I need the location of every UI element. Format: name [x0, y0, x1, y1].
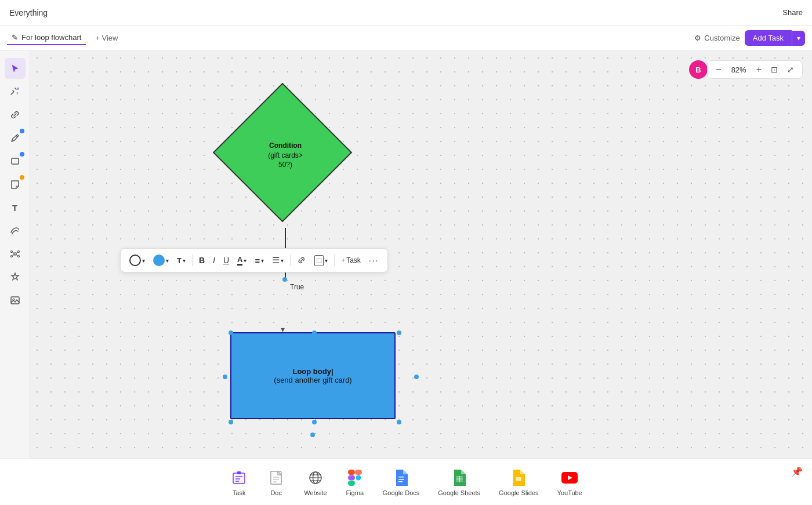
- tool-draw[interactable]: [5, 220, 26, 241]
- shape-circle-button[interactable]: ▾: [126, 252, 148, 268]
- handle-bottom[interactable]: [310, 433, 315, 437]
- list-button[interactable]: ☰ ▾: [269, 253, 287, 268]
- doc-dock-label: Doc: [270, 489, 282, 496]
- tool-select[interactable]: [5, 58, 26, 79]
- dock-item-doc[interactable]: Doc: [267, 468, 285, 496]
- handle-bc[interactable]: [312, 420, 317, 424]
- zoom-out-button[interactable]: −: [713, 63, 723, 76]
- google-sheets-dock-icon: [450, 468, 469, 487]
- toolbar-divider-2: [290, 255, 291, 266]
- dock-item-google-sheets[interactable]: Google Sheets: [438, 468, 480, 496]
- tool-ai-nodes[interactable]: [5, 267, 26, 288]
- bottom-dock: Task Doc Website: [0, 459, 812, 505]
- doc-dock-icon: [267, 468, 285, 487]
- arrow-down-indicator: ▾: [281, 325, 285, 334]
- svg-rect-34: [398, 481, 403, 482]
- handle-tc[interactable]: [312, 330, 317, 335]
- svg-rect-29: [348, 475, 355, 480]
- handle-br[interactable]: [397, 420, 401, 424]
- canvas[interactable]: B ℹ − 82% + ⊡ ⤢ ▾ ▾ T ▾ B: [30, 51, 812, 459]
- pin-button[interactable]: 📌: [791, 466, 803, 477]
- dock-item-figma[interactable]: Figma: [346, 468, 364, 496]
- add-task-button[interactable]: Add Task: [745, 30, 792, 46]
- color-fill-icon: [153, 255, 165, 266]
- customize-button[interactable]: ⚙ Customize: [694, 34, 740, 42]
- svg-rect-32: [398, 477, 404, 478]
- svg-line-10: [16, 255, 17, 256]
- toolbar-divider-3: [334, 255, 335, 266]
- task-dock-label: Task: [233, 489, 246, 496]
- secondbar: ✎ For loop flowchart + View ⚙ Customize …: [0, 26, 812, 51]
- google-slides-dock-label: Google Slides: [499, 489, 539, 496]
- website-dock-label: Website: [304, 489, 327, 496]
- svg-rect-1: [12, 158, 19, 164]
- add-task-toolbar-button[interactable]: + Task: [338, 254, 364, 267]
- topbar-title: Everything: [9, 8, 48, 17]
- zoom-controls: − 82% + ⊡ ⤢: [707, 60, 803, 79]
- tool-text[interactable]: T: [5, 197, 26, 218]
- underline-button[interactable]: U: [220, 253, 232, 267]
- svg-point-0: [17, 88, 19, 90]
- dock-item-website[interactable]: Website: [304, 468, 327, 496]
- dock-item-google-docs[interactable]: Google Docs: [383, 468, 420, 496]
- view-button[interactable]: + View: [90, 31, 122, 45]
- zoom-in-button[interactable]: +: [754, 63, 764, 76]
- shape-button[interactable]: □ ▾: [311, 253, 331, 268]
- connector-label: True: [290, 283, 304, 291]
- tool-image[interactable]: [5, 290, 26, 311]
- zoom-percentage: 82%: [728, 66, 749, 74]
- doc-tab-title: For loop flowchart: [21, 33, 81, 42]
- website-dock-icon: [306, 468, 325, 487]
- svg-rect-39: [516, 477, 521, 481]
- diamond-container: Condition (gift cards> 50?): [216, 86, 355, 225]
- svg-line-8: [16, 252, 17, 253]
- handle-ml[interactable]: [223, 375, 227, 379]
- loop-body-subtitle: (send another gift card): [274, 376, 351, 384]
- font-color-button[interactable]: A ▾: [234, 253, 249, 268]
- zoom-expand-button[interactable]: ⤢: [785, 64, 796, 75]
- link-button[interactable]: [294, 253, 309, 267]
- svg-rect-17: [237, 471, 241, 474]
- tool-ai-draw[interactable]: [5, 81, 26, 102]
- bold-button[interactable]: B: [196, 253, 208, 267]
- align-button[interactable]: ≡ ▾: [252, 253, 267, 268]
- secondbar-right: ⚙ Customize Add Task ▾: [694, 30, 805, 46]
- gear-icon: ⚙: [694, 34, 701, 42]
- connector-dot: [282, 277, 287, 282]
- handle-tl[interactable]: [229, 330, 233, 335]
- youtube-dock-label: YouTube: [557, 489, 582, 496]
- svg-rect-30: [348, 481, 355, 486]
- dock-item-task[interactable]: Task: [230, 468, 248, 496]
- dock-item-google-slides[interactable]: Google Slides: [499, 468, 539, 496]
- italic-button[interactable]: I: [210, 253, 218, 267]
- more-options-button[interactable]: ···: [366, 253, 382, 267]
- svg-rect-28: [355, 470, 362, 475]
- loop-body-box[interactable]: Loop body| (send another gift card): [230, 332, 396, 419]
- handle-bl[interactable]: [229, 420, 233, 424]
- svg-rect-33: [398, 479, 404, 480]
- handle-mr[interactable]: [414, 375, 419, 379]
- doc-tab[interactable]: ✎ For loop flowchart: [7, 31, 86, 45]
- add-task-chevron[interactable]: ▾: [792, 31, 805, 46]
- tool-network[interactable]: [5, 244, 26, 264]
- fill-color-button[interactable]: ▾: [150, 252, 172, 268]
- google-sheets-dock-label: Google Sheets: [438, 489, 480, 496]
- tool-pen[interactable]: [5, 128, 26, 148]
- tool-link[interactable]: [5, 104, 26, 125]
- toolbar-divider-1: [192, 255, 193, 266]
- tool-rect[interactable]: [5, 151, 26, 172]
- share-button[interactable]: Share: [782, 8, 803, 17]
- svg-line-9: [12, 255, 14, 256]
- text-type-button[interactable]: T ▾: [174, 254, 188, 267]
- zoom-fit-button[interactable]: ⊡: [768, 64, 780, 75]
- handle-tr[interactable]: [397, 330, 401, 335]
- svg-point-12: [13, 299, 14, 300]
- tool-sticky[interactable]: [5, 174, 26, 195]
- left-toolbar: T: [0, 51, 30, 459]
- user-avatar: B: [689, 60, 708, 79]
- svg-rect-13: [233, 473, 245, 484]
- topbar: Everything Share: [0, 0, 812, 26]
- doc-tab-icon: ✎: [12, 33, 18, 42]
- dock-item-youtube[interactable]: YouTube: [557, 468, 582, 496]
- main-area: T: [0, 51, 812, 459]
